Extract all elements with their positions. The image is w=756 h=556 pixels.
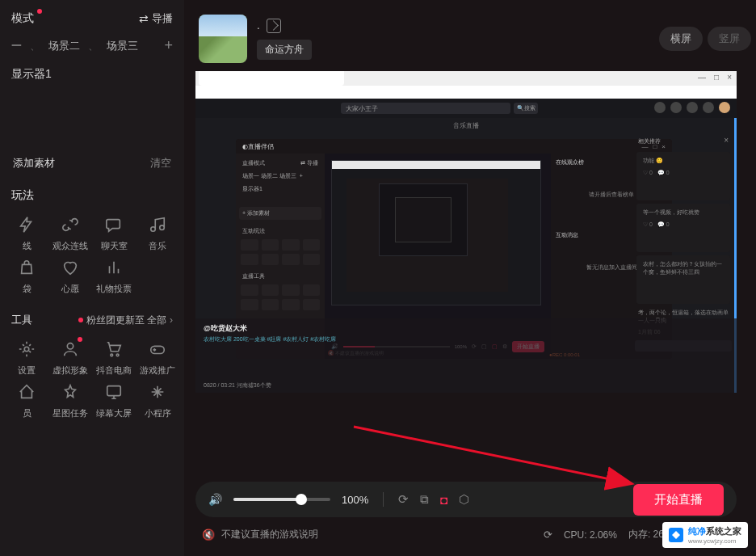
volume-percent: 100% bbox=[342, 494, 368, 506]
chat-icon bbox=[103, 214, 124, 235]
wanfa-yinyue[interactable]: 音乐 bbox=[139, 214, 176, 252]
video-overlay: @吃货赵大米 农村吃大席 200吃一桌菜 #赶席 #农村人灯 #农村吃席 082… bbox=[195, 318, 737, 393]
watermark-logo-icon bbox=[669, 528, 683, 542]
wanfa-xinyuan[interactable]: 心愿 bbox=[52, 257, 89, 295]
sidebar: 模式 ⇄ 导播 一 、 场景二 、 场景三 + 显示器1 添加素材 清空 玩法 … bbox=[0, 0, 184, 556]
sparkle-icon bbox=[147, 381, 168, 402]
add-material-button[interactable]: 添加素材 bbox=[13, 156, 55, 171]
music-icon bbox=[147, 214, 168, 235]
tool-game-promo[interactable]: 游戏推广 bbox=[139, 339, 176, 377]
refresh-stats-icon[interactable]: ⟳ bbox=[544, 529, 552, 541]
volume-slider[interactable] bbox=[233, 498, 330, 501]
tools-header: 工具 bbox=[11, 313, 32, 327]
tool-avatar[interactable]: 虚拟形象 bbox=[52, 339, 89, 377]
game-note[interactable]: 不建议直播的游戏说明 bbox=[221, 528, 318, 541]
wanfa-empty bbox=[139, 257, 176, 295]
tools-update-link[interactable]: 粉丝团更新至 全部 › bbox=[78, 314, 173, 327]
svg-rect-5 bbox=[107, 386, 121, 396]
swap-icon: ⇄ bbox=[139, 12, 149, 25]
start-live-button[interactable]: 开始直播 bbox=[633, 484, 724, 516]
wanfa-grid: 线 观众连线 聊天室 音乐 袋 心愿 礼物投票 bbox=[6, 208, 178, 301]
preview-canvas: —□× 大家小王子 🔍搜索 音乐直播 ◐ 直播伴侣 —□× 直播模式 ⇄ 导播 … bbox=[195, 71, 737, 393]
live-title: . bbox=[257, 19, 260, 32]
dual-screen-icon[interactable]: ⧉ bbox=[420, 492, 429, 507]
starmap-icon bbox=[60, 381, 81, 402]
avatar-icon bbox=[60, 339, 81, 360]
wanfa-dai[interactable]: 袋 bbox=[8, 257, 45, 295]
cart-icon bbox=[103, 339, 124, 360]
control-bar: 🔊 100% ⟳ ⧉ ◘ ⬡ 开始直播 bbox=[195, 482, 737, 517]
svg-point-2 bbox=[111, 354, 113, 356]
scenes-row: 一 、 场景二 、 场景三 + bbox=[6, 32, 178, 59]
add-scene-button[interactable]: + bbox=[164, 37, 173, 54]
notification-dot bbox=[37, 9, 42, 14]
svg-point-0 bbox=[24, 347, 29, 352]
stats-bar: 🔇 不建议直播的游戏说明 ⟳ CPU: 2.06% 内存: 26.39% 帧率:… bbox=[195, 528, 737, 541]
settings-icon[interactable]: ⬡ bbox=[459, 492, 469, 507]
monitor-source[interactable]: 显示器1 bbox=[6, 59, 178, 88]
daobo-button[interactable]: ⇄ 导播 bbox=[139, 11, 173, 26]
tool-settings[interactable]: 设置 bbox=[8, 339, 45, 377]
bolt-icon bbox=[16, 214, 37, 235]
orientation-horizontal[interactable]: 横屏 bbox=[659, 27, 703, 51]
screen-icon bbox=[103, 381, 124, 402]
orientation-vertical[interactable]: 竖屏 bbox=[708, 27, 751, 51]
star-icon bbox=[16, 381, 37, 402]
watermark: 纯净系统之家 www.ycwjzy.com bbox=[662, 522, 748, 548]
wanfa-header: 玩法 bbox=[6, 177, 178, 208]
tool-greenscreen[interactable]: 绿幕大屏 bbox=[95, 381, 132, 419]
category-tag[interactable]: 命运方舟 bbox=[257, 40, 312, 60]
cpu-stat: CPU: 2.06% bbox=[564, 529, 617, 541]
chevron-right-icon: › bbox=[170, 314, 173, 326]
tool-starmap[interactable]: 星图任务 bbox=[52, 381, 89, 419]
volume-icon[interactable]: 🔊 bbox=[208, 493, 222, 506]
scene-tab-2[interactable]: 场景二 bbox=[48, 39, 80, 53]
wanfa-toupiao[interactable]: 礼物投票 bbox=[95, 257, 132, 295]
tool-ecommerce[interactable]: 抖音电商 bbox=[95, 339, 132, 377]
tool-yuan[interactable]: 员 bbox=[8, 381, 45, 419]
tools-grid: 设置 虚拟形象 抖音电商 游戏推广 员 星图任务 绿幕大屏 小程序 bbox=[6, 332, 178, 426]
gear-icon bbox=[16, 339, 37, 360]
wanfa-liaotian[interactable]: 聊天室 bbox=[95, 214, 132, 252]
clear-button[interactable]: 清空 bbox=[150, 156, 171, 171]
gamepad-icon bbox=[147, 339, 168, 360]
wanfa-lianxian[interactable]: 线 bbox=[8, 214, 45, 252]
mute-icon[interactable]: 🔇 bbox=[202, 529, 215, 541]
main-area: . 命运方舟 横屏 竖屏 —□× 大家小王子 🔍搜索 音乐直播 bbox=[194, 0, 756, 556]
svg-point-3 bbox=[116, 354, 119, 356]
mode-label[interactable]: 模式 bbox=[11, 11, 34, 26]
heart-icon bbox=[60, 257, 81, 278]
bag-icon bbox=[16, 257, 37, 278]
wanfa-guanzhong[interactable]: 观众连线 bbox=[52, 214, 89, 252]
scene-tab-3[interactable]: 场景三 bbox=[107, 39, 138, 53]
vote-icon bbox=[103, 257, 124, 278]
record-icon[interactable]: ◘ bbox=[440, 493, 447, 507]
notification-dot bbox=[78, 337, 82, 342]
link-icon bbox=[60, 214, 81, 235]
svg-point-1 bbox=[67, 343, 73, 349]
edit-icon[interactable] bbox=[267, 19, 281, 33]
scene-tab-1[interactable]: 一 bbox=[11, 39, 22, 53]
tool-miniapp[interactable]: 小程序 bbox=[139, 381, 176, 419]
refresh-icon[interactable]: ⟳ bbox=[398, 492, 409, 507]
close-icon[interactable]: × bbox=[724, 136, 729, 145]
cover-thumbnail[interactable] bbox=[199, 15, 247, 63]
svg-rect-4 bbox=[151, 346, 165, 353]
